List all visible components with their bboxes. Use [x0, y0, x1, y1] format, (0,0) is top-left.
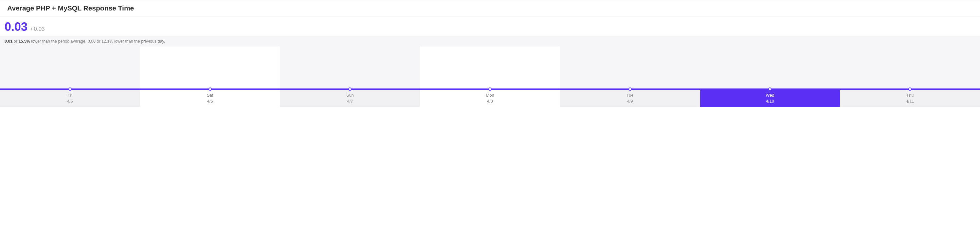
chart-column [420, 46, 560, 90]
axis-date-label: 4/11 [906, 98, 914, 104]
axis-day-button[interactable]: Thu4/11 [840, 90, 980, 107]
axis-day-button[interactable]: Mon4/8 [420, 90, 560, 107]
axis-date-label: 4/8 [487, 98, 493, 104]
axis-day-label: Sat [207, 93, 213, 98]
summary-value-2: 15.5% [18, 39, 30, 43]
chart-column [140, 46, 280, 90]
widget-header: Average PHP + MySQL Response Time [0, 0, 980, 16]
axis-day-button[interactable]: Sat4/6 [140, 90, 280, 107]
axis-date-label: 4/10 [766, 98, 774, 104]
axis-day-label: Wed [765, 93, 775, 98]
response-time-widget: Average PHP + MySQL Response Time 0.03 /… [0, 0, 980, 107]
chart-column [560, 46, 700, 90]
chart-data-point [628, 88, 632, 91]
axis-date-label: 4/6 [207, 98, 213, 104]
summary-text-1: or [13, 39, 18, 43]
axis-date-label: 4/5 [67, 98, 73, 104]
axis-day-label: Sun [346, 93, 354, 98]
summary-value-1: 0.01 [5, 39, 13, 43]
x-axis: Fri4/5Sat4/6Sun4/7Mon4/8Tue4/9Wed4/10Thu… [0, 90, 980, 107]
chart-data-point [208, 88, 212, 91]
chart-data-point [348, 88, 352, 91]
axis-day-button[interactable]: Fri4/5 [0, 90, 140, 107]
axis-day-label: Thu [906, 93, 913, 98]
axis-date-label: 4/9 [627, 98, 633, 104]
chart-area [0, 46, 980, 90]
chart-data-point [488, 88, 492, 91]
chart-column [0, 46, 140, 90]
axis-date-label: 4/7 [347, 98, 353, 104]
chart-data-point [908, 88, 912, 91]
metrics-row: 0.03 / 0.03 [0, 16, 980, 36]
axis-day-button[interactable]: Wed4/10 [700, 90, 840, 107]
chart-column [840, 46, 980, 90]
metric-primary-value: 0.03 [5, 21, 27, 33]
axis-day-label: Mon [486, 93, 494, 98]
chart-column [700, 46, 840, 90]
axis-day-button[interactable]: Sun4/7 [280, 90, 420, 107]
chart-columns [0, 46, 980, 90]
chart-column [280, 46, 420, 90]
metric-secondary-value: / 0.03 [31, 26, 45, 32]
summary-text: 0.01 or 15.5% lower than the period aver… [0, 36, 980, 46]
widget-title: Average PHP + MySQL Response Time [7, 4, 973, 12]
axis-day-label: Fri [67, 93, 72, 98]
chart-data-point [768, 88, 772, 91]
axis-day-label: Tue [627, 93, 634, 98]
chart-data-point [68, 88, 72, 91]
axis-day-button[interactable]: Tue4/9 [560, 90, 700, 107]
summary-text-2: lower than the period average. 0.00 or 1… [30, 39, 165, 43]
